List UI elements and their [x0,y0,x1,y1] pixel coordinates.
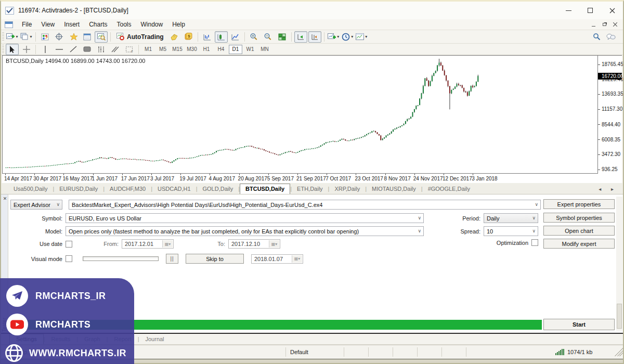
close-button[interactable] [601,3,623,18]
minimize-button[interactable] [557,3,579,18]
symbol-tab-#google[interactable]: #GOOGLE,Daily [423,184,475,194]
timeframe-w1[interactable]: W1 [243,45,257,54]
candlestick-canvas[interactable] [3,56,597,173]
navigator-button[interactable] [53,31,66,43]
timeframe-mn[interactable]: MN [258,45,271,54]
tester-close-icon[interactable]: ✕ [2,196,8,202]
model-select[interactable]: Open prices only (fastest method to anal… [66,226,424,236]
chart-shift-button[interactable] [308,31,321,43]
new-chart-button[interactable]: ▾ [6,31,19,43]
tester-mode-select[interactable]: Expert Advisor∨ [10,200,62,210]
rectangle-tool[interactable] [81,44,94,55]
timeframe-h4[interactable]: H4 [214,45,228,54]
timeframe-m5[interactable]: M5 [156,45,170,54]
auto-scroll-button[interactable] [294,31,307,43]
use-date-checkbox[interactable] [66,241,72,248]
menu-item-charts[interactable]: Charts [84,19,112,30]
period-select[interactable]: Daily∨ [484,213,538,223]
favorites-button[interactable] [67,31,80,43]
optimization-checkbox[interactable] [531,239,538,246]
profiles-button[interactable]: ▾ [20,31,33,43]
to-datepicker-icon[interactable]: ▦▾ [269,240,279,248]
skip-datepicker-icon[interactable]: ▦▾ [292,255,302,263]
candlestick-type-button[interactable] [215,31,228,43]
date-axis[interactable]: 14 Apr 201730 Apr 201716 May 20171 Jun 2… [2,174,598,183]
visual-mode-checkbox[interactable] [66,255,72,262]
menu-item-window[interactable]: Window [136,19,168,30]
visual-speed-slider[interactable] [83,256,159,261]
metaeditor-button[interactable]: $ [182,31,195,43]
zoom-out-button[interactable] [262,31,275,43]
ea-path-select[interactable]: BacktestMarket_Expert_Advisors\High Pote… [69,200,541,210]
resize-grip[interactable] [615,348,623,356]
timeframe-d1[interactable]: D1 [229,45,242,54]
maximize-button[interactable] [579,3,601,18]
tester-tab-journal[interactable]: Journal [139,334,170,344]
symbol-properties-button[interactable]: Symbol properties [543,213,615,223]
modify-expert-button[interactable]: Modify expert [543,239,615,249]
tile-windows-button[interactable] [276,31,289,43]
symbol-tab-eurusd[interactable]: EURUSD,Daily [54,184,103,194]
line-chart-type-button[interactable] [229,31,242,43]
child-minimize-button[interactable] [589,21,598,29]
menu-item-insert[interactable]: Insert [59,19,84,30]
skip-to-button[interactable]: Skip to [186,254,244,264]
start-button[interactable]: Start [543,319,615,330]
bar-chart-type-button[interactable] [201,31,214,43]
market-watch-button[interactable] [38,31,51,43]
timeframe-m30[interactable]: M30 [185,45,199,54]
menu-item-view[interactable]: View [36,19,59,30]
data-window-button[interactable] [81,31,94,43]
menu-item-help[interactable]: Help [167,19,190,30]
scrollbar-thumb[interactable] [617,304,622,329]
indicators-button[interactable]: ▾ [327,31,340,43]
menu-item-tools[interactable]: Tools [112,19,136,30]
tester-scrollbar[interactable] [616,197,622,331]
vertical-line-tool[interactable] [38,44,51,55]
new-order-button[interactable] [168,31,181,43]
symbol-tab-btcusd[interactable]: BTCUSD,Daily [240,184,290,194]
crosshair-tool[interactable] [20,44,33,55]
symbol-tab-eth[interactable]: ETH,Daily [292,184,328,194]
timeframe-m15[interactable]: M15 [171,45,184,54]
symbol-tab-usa500[interactable]: Usa500,Daily [8,184,53,194]
expert-properties-button[interactable]: Expert properties [543,199,615,209]
grid-tool[interactable]: F [123,44,136,55]
youtube-icon[interactable] [6,314,28,335]
symbol-select[interactable]: EURUSD, Euro vs US Dollar∨ [66,213,424,223]
pause-button[interactable]: || [166,254,178,264]
menu-item-file[interactable]: File [17,19,36,30]
from-datepicker-icon[interactable]: ▦▾ [162,240,173,248]
price-axis[interactable]: 18765.4516229.4013693.3511157.308544.406… [598,55,622,174]
trendline-tool[interactable] [67,44,80,55]
symbol-tab-audchf[interactable]: AUDCHF,M30 [105,184,151,194]
child-restore-button[interactable] [600,21,609,29]
from-date-field[interactable]: 2017.12.01 ▦▾ [122,239,174,249]
periods-button[interactable]: ▾ [341,31,354,43]
chat-icon[interactable] [604,31,617,43]
horizontal-line-tool[interactable] [53,44,66,55]
timeframe-m1[interactable]: M1 [141,45,155,54]
timeframe-h1[interactable]: H1 [200,45,213,54]
skip-date-field[interactable]: 2018.01.07 ▦▾ [251,254,303,264]
spread-select[interactable]: 10∨ [484,226,538,236]
toolbar-grip2[interactable] [2,45,4,54]
chart-window-icon[interactable] [5,21,13,28]
open-chart-button[interactable]: Open chart [543,226,615,236]
zoom-in-button[interactable] [248,31,261,43]
toolbar-grip[interactable] [2,32,4,42]
cursor-tool[interactable] [6,44,19,55]
search-icon[interactable] [590,31,603,43]
symbol-tab-gold[interactable]: GOLD,Daily [197,184,238,194]
fibonacci-tool[interactable] [95,44,108,55]
templates-button[interactable]: ▾ [355,31,368,43]
to-date-field[interactable]: 2017.12.10 ▦▾ [228,239,280,249]
chart-plot[interactable]: BTCUSD,Daily 14994.00 16899.00 14743.00 … [2,55,598,174]
symbol-tab-miotausd[interactable]: MIOTAUSD,Daily [367,184,421,194]
autotrading-button[interactable]: AutoTrading [113,31,167,43]
channel-tool[interactable] [109,44,122,55]
symbol-tab-xrp[interactable]: XRP,Daily [329,184,365,194]
telegram-icon[interactable] [6,285,28,307]
status-profile[interactable]: Default [286,347,344,357]
globe-icon[interactable] [3,342,25,364]
